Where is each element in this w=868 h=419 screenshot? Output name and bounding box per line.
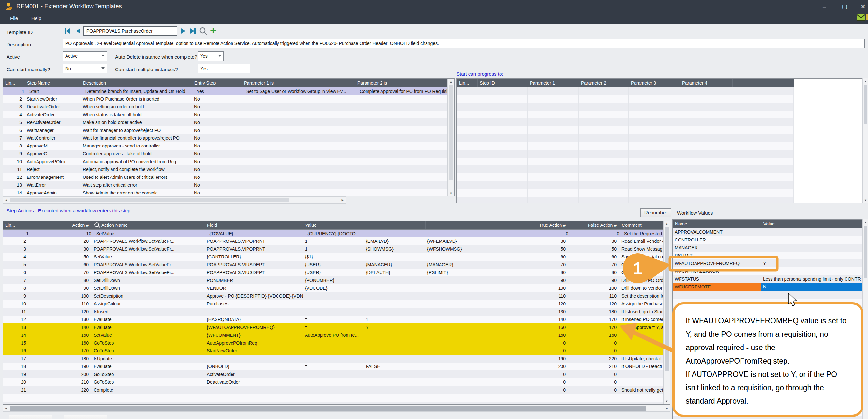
auto-delete-select[interactable]: Yes [197,51,224,61]
column-header[interactable]: Parameter 1 [528,79,579,87]
column-header[interactable]: Lin... [3,79,25,87]
table-row[interactable]: 12ErrorManagementUsed to alert Admin use… [3,173,447,181]
table-row[interactable]: 110SetValue{TOVALUE}{CURRENCY} {DOCTO...… [3,230,664,237]
actions-vertical-scrollbar[interactable]: ▲▼ [663,221,670,404]
table-row[interactable] [3,402,664,405]
column-header[interactable]: Parameter 2 is [355,79,447,87]
table-row[interactable]: 5ReActivateOrderMake an on hold order ac… [3,118,447,126]
table-row[interactable]: 10AutoApprovePOfro...Automatic approval … [3,158,447,166]
table-row[interactable]: 13WaitErrorWait step after critical erro… [3,181,447,189]
renumber-button[interactable]: Renumber [641,208,671,217]
actions-table[interactable]: Lin...Action #Action NameFieldValueTrue … [3,220,671,405]
column-header[interactable] [364,221,425,230]
table-row[interactable]: 220POAPPROVALS.Workflow.SetValueFr...POA… [3,237,664,245]
table-row[interactable]: 6WaitManagerWait for manager to approve/… [3,126,447,134]
last-record-button[interactable] [188,26,197,36]
previous-record-button[interactable] [74,26,83,36]
table-row[interactable] [457,134,794,142]
bottom-left-button[interactable] [9,415,52,419]
table-row[interactable]: WFCRITICALERROR [673,267,863,275]
table-row[interactable] [457,166,794,173]
table-row[interactable]: 780SetDrillDownPONUMBER{PONUMBER}9090Dri… [3,276,664,284]
table-row[interactable]: 560POAPPROVALS.Workflow.SetValueFr...POA… [3,261,664,269]
column-header[interactable]: Action # [29,221,92,230]
table-row[interactable] [457,103,794,111]
column-header[interactable]: Step Name [25,79,81,87]
table-row[interactable]: 11RejectReject, notify and complete the … [3,166,447,173]
can-start-manually-select[interactable]: No [63,64,107,73]
steps-horizontal-scrollbar[interactable]: ◄► [3,197,346,204]
column-header[interactable]: Value [303,221,364,230]
table-row[interactable]: WFAUTOAPPROVEFROMREQY [673,260,863,267]
table-row[interactable]: 890SetDrillDownVENDOR{VDCODE}100100Drill… [3,284,664,292]
table-row[interactable]: APPROVALCOMMENT [673,228,863,236]
template-id-input[interactable]: POAPPROVALS.PurchaseOrder [84,26,177,36]
table-row[interactable] [457,87,794,95]
column-header[interactable]: Action Name [92,221,205,230]
active-select[interactable]: Active [63,51,107,61]
table-row[interactable] [457,142,794,150]
minimize-button[interactable]: – [819,3,830,10]
column-header[interactable]: Comment [620,221,664,230]
table-row[interactable]: 15160GoToStepAutoApprovePOfromReq00 [3,339,664,347]
next-record-button[interactable] [179,26,188,36]
column-header[interactable]: Parameter 4 [680,79,732,87]
table-row[interactable]: 20210GoToStepDeactivateOrder00 [3,378,664,386]
column-header[interactable]: Parameter 1 is [242,79,355,87]
table-row[interactable]: 16170GoToStepStartNewOrder00 [3,347,664,355]
progress-vertical-scrollbar[interactable]: ▲▼ [863,78,868,203]
steps-table[interactable]: Lin...Step NameDescriptionEntry StepPara… [3,78,455,197]
table-row[interactable]: PSLIMIT [673,251,863,260]
table-row[interactable] [457,150,794,158]
menu-file[interactable]: File [10,15,18,21]
first-record-button[interactable] [63,26,72,36]
table-row[interactable] [673,291,863,299]
column-header[interactable] [425,221,517,230]
column-header[interactable]: Parameter 3 [629,79,680,87]
table-row[interactable] [457,181,794,189]
menu-help[interactable]: Help [31,15,41,21]
start-can-progress-link[interactable]: Start can progress to: [457,71,503,77]
table-row[interactable] [3,394,664,402]
table-row[interactable]: WFUSEREMOTEN [673,283,863,291]
table-row[interactable]: 7WaitControllerWait for financial contro… [3,134,447,142]
table-row[interactable]: 3DeactivateOrderWhen setting an order on… [3,103,447,111]
column-header[interactable]: Entry Step [192,79,242,87]
steps-vertical-scrollbar[interactable]: ▲▼ [447,79,454,196]
table-row[interactable]: 9100SetDescriptionApprove - PO {DESCRIPT… [3,292,664,300]
table-row[interactable]: 19200GoToStepActivateOrder00 [3,370,664,378]
column-header[interactable]: Value [761,220,863,228]
table-row[interactable]: 17180IsUpdate190220If IsUpdate, check if [3,355,664,363]
column-header[interactable]: True Action # [517,221,569,230]
table-row[interactable] [457,189,794,197]
table-row[interactable]: 9ApproveCController approves - take off … [3,150,447,158]
add-icon[interactable]: + [210,24,217,37]
table-row[interactable]: 21220Complete00Should not really get [3,386,664,394]
table-row[interactable]: 2StartNewOrderWhen P/O Purchase Order is… [3,95,447,103]
table-row[interactable]: 14150SetValue{WFCOMMENT}AutoApprove PO f… [3,331,664,339]
table-row[interactable]: 14ApproveAdminShow Admin the error on th… [3,189,447,197]
mail-icon[interactable] [857,13,865,21]
table-row[interactable]: 11120IsInsert130180If IsInsert, go to St… [3,308,664,316]
progress-table[interactable]: Lin...Step IDParameter 1Parameter 2Param… [457,78,863,203]
table-row[interactable]: 4ActivateOrderWhen status is taken off h… [3,111,447,118]
description-input[interactable]: PO Approvals . 2-Level Sequential Approv… [63,39,865,48]
actions-horizontal-scrollbar[interactable]: ◄► [3,405,671,412]
table-row[interactable]: 10110AssignColourPurchases120120Assign t… [3,300,664,308]
table-row[interactable] [457,173,794,181]
table-row[interactable]: WFSTATUSLess than personal spending limi… [673,275,863,283]
search-icon[interactable] [199,27,208,36]
step-actions-link[interactable]: Step Actions - Executed when a workflow … [6,208,130,213]
column-header[interactable]: Name [673,220,761,228]
table-row[interactable] [457,197,794,203]
table-row[interactable] [457,126,794,134]
table-row[interactable]: MANAGER [673,244,863,251]
bottom-left-button-2[interactable] [64,415,107,419]
table-row[interactable]: 8ApproveMManager approves - send to cont… [3,142,447,150]
column-header[interactable]: Field [205,221,303,230]
column-header[interactable]: Lin... [457,79,477,87]
table-row[interactable] [457,158,794,166]
column-header[interactable]: Lin... [3,221,29,230]
table-row[interactable]: 1StartDetermine branch for Insert, Updat… [3,87,447,95]
table-row[interactable]: CONTROLLER [673,236,863,244]
